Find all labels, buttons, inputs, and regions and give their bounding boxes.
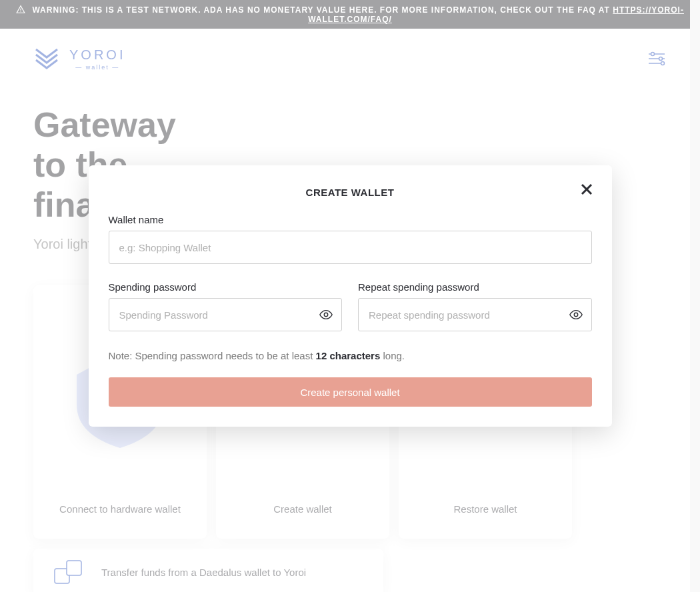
svg-point-19	[574, 313, 578, 317]
repeat-password-label: Repeat spending password	[358, 281, 592, 293]
wallet-name-input[interactable]	[109, 231, 592, 264]
svg-point-18	[324, 313, 328, 317]
create-wallet-modal: CREATE WALLET Wallet name Spending passw…	[89, 165, 612, 427]
spending-password-label: Spending password	[109, 281, 343, 293]
toggle-password-visibility-button[interactable]	[318, 307, 334, 323]
note-prefix: Note: Spending password needs to be at l…	[109, 350, 316, 361]
note-suffix: long.	[380, 350, 405, 361]
wallet-name-field-group: Wallet name	[109, 214, 592, 264]
spending-password-field-group: Spending password	[109, 281, 343, 331]
modal-overlay: CREATE WALLET Wallet name Spending passw…	[0, 0, 700, 592]
password-length-note: Note: Spending password needs to be at l…	[109, 350, 592, 361]
eye-icon	[319, 307, 333, 322]
close-button[interactable]	[577, 180, 596, 199]
eye-icon	[569, 307, 583, 322]
wallet-name-label: Wallet name	[109, 214, 592, 225]
note-bold: 12 characters	[316, 350, 381, 361]
toggle-repeat-password-visibility-button[interactable]	[568, 307, 584, 323]
spending-password-input[interactable]	[109, 298, 343, 331]
modal-title: CREATE WALLET	[109, 187, 592, 198]
create-personal-wallet-button[interactable]: Create personal wallet	[109, 377, 592, 407]
close-icon	[581, 183, 593, 195]
repeat-password-field-group: Repeat spending password	[358, 281, 592, 331]
repeat-password-input[interactable]	[358, 298, 592, 331]
